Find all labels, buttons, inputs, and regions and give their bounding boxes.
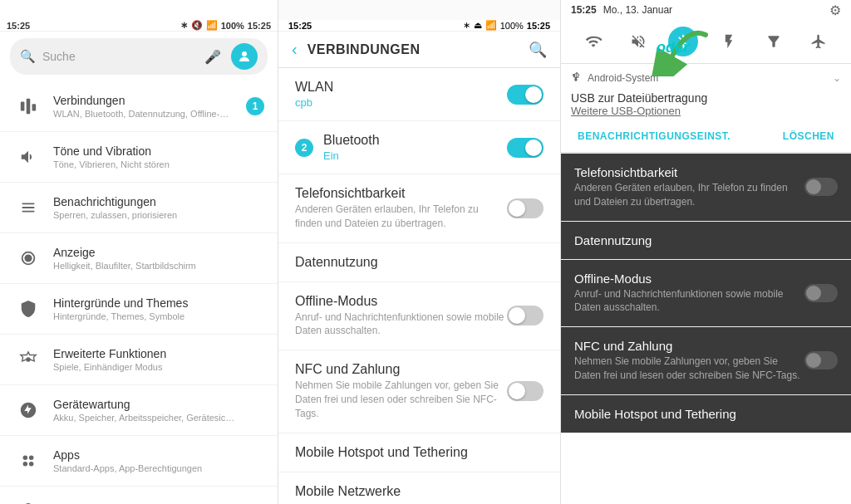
right-offline-desc: Anruf- und Nachrichtenfunktionen sowie m… (574, 287, 804, 316)
main-mute-icon: ⏏ (474, 20, 482, 31)
erweitert-subtitle: Spiele, Einhändiger Modus (53, 362, 236, 372)
notif-delete-btn[interactable]: LÖSCHEN (776, 127, 841, 145)
qs-wifi[interactable] (578, 27, 608, 56)
erweitert-text: Erweiterte Funktionen Spiele, Einhändige… (53, 347, 264, 372)
sidebar-item-toene[interactable]: Töne und Vibration Töne, Vibrieren, Nich… (0, 132, 278, 183)
telefonsichtbarkeit-desc: Anderen Geräten erlauben, Ihr Telefon zu… (295, 203, 507, 231)
qs-bluetooth[interactable] (668, 27, 698, 56)
battery-icon: 100% (221, 21, 244, 31)
right-panel: 15:25 Mo., 13. Januar ⚙ oder (561, 0, 851, 504)
connections-panel: 15:25 ∗ ⏏ 📶 100% 15:25 ‹ VERBINDUNGEN 🔍 … (278, 0, 561, 504)
profile-avatar[interactable] (231, 43, 258, 70)
wlan-toggle[interactable] (507, 85, 544, 105)
apps-title: Apps (53, 448, 264, 462)
wlan-item[interactable]: WLAN cpb (278, 68, 560, 121)
right-status-bar: 15:25 Mo., 13. Januar ⚙ (561, 0, 851, 20)
right-datennutzung-text: Datennutzung (574, 233, 838, 247)
sidebar-item-benachrichtigungen[interactable]: Benachrichtigungen Sperren, zulassen, pr… (0, 183, 278, 233)
notif-actions: BENACHRICHTIGUNGSEINST. LÖSCHEN (561, 124, 851, 153)
right-telefonsichtbarkeit-item[interactable]: Telefonsichtbarkeit Anderen Geräten erla… (561, 154, 851, 222)
telefonsichtbarkeit-item[interactable]: Telefonsichtbarkeit Anderen Geräten erla… (278, 174, 560, 243)
right-status-left: 15:25 Mo., 13. Januar (571, 4, 672, 16)
back-button[interactable]: ‹ (292, 40, 298, 59)
panel-search-button[interactable]: 🔍 (529, 41, 547, 59)
right-list: Telefonsichtbarkeit Anderen Geräten erla… (561, 154, 851, 504)
anzeige-text: Anzeige Helligkeit, Blaufilter, Startbil… (53, 246, 264, 271)
right-date: Mo., 13. Januar (603, 4, 672, 16)
nfc-title: NFC und Zahlung (295, 362, 507, 377)
hintergruende-title: Hintergründe und Themes (53, 296, 264, 310)
right-telefonsichtbarkeit-toggle[interactable] (804, 178, 838, 196)
verbindungen-icon (13, 91, 43, 121)
bluetooth-toggle[interactable] (507, 138, 544, 158)
notif-subtitle[interactable]: Weitere USB-Optionen (571, 105, 841, 117)
right-time: 15:25 (571, 4, 597, 16)
datennutzung-text: Datennutzung (295, 255, 544, 270)
sidebar-item-geraetewartung[interactable]: Gerätewartung Akku, Speicher, Arbeitsspe… (0, 385, 278, 436)
sicherheit-icon (13, 497, 43, 504)
notif-settings-btn[interactable]: BENACHRICHTIGUNGSEINST. (571, 127, 737, 145)
benach-subtitle: Sperren, zulassen, priorisieren (53, 210, 236, 220)
panel-title: VERBINDUNGEN (307, 42, 529, 57)
offline-item[interactable]: Offline-Modus Anruf- und Nachrichtenfunk… (278, 282, 560, 351)
mic-icon[interactable]: 🎤 (204, 49, 221, 65)
main-status-icons: ∗ ⏏ 📶 100% 15:25 (463, 20, 550, 31)
bluetooth-badge: 2 (295, 139, 313, 157)
nfc-item[interactable]: NFC und Zahlung Nehmen Sie mobile Zahlun… (278, 350, 560, 433)
bluetooth-title: Bluetooth (323, 133, 507, 148)
svg-point-6 (29, 456, 33, 461)
right-nfc-desc: Nehmen Sie mobile Zahlungen vor, geben S… (574, 355, 804, 383)
svg-rect-1 (21, 102, 25, 111)
right-datennutzung-item[interactable]: Datennutzung (561, 222, 851, 260)
qs-mute[interactable] (623, 27, 653, 56)
notif-header: Android-System ⌄ (561, 64, 851, 88)
nfc-desc: Nehmen Sie mobile Zahlungen vor, geben S… (295, 379, 507, 420)
sidebar-item-sicherheit[interactable]: Gerätesicherheit (0, 487, 278, 504)
right-nfc-toggle[interactable] (804, 351, 838, 369)
right-hotspot-item[interactable]: Mobile Hotspot und Tethering (561, 395, 851, 433)
right-datennutzung-title: Datennutzung (574, 233, 838, 247)
qs-airplane[interactable] (804, 27, 834, 56)
hintergruende-subtitle: Hintergründe, Themes, Symbole (53, 311, 236, 321)
toene-subtitle: Töne, Vibrieren, Nicht stören (53, 159, 236, 169)
wlan-title: WLAN (295, 80, 507, 95)
status-bar-left: 15:25 (7, 21, 30, 31)
svg-rect-2 (27, 99, 31, 114)
mobile-text: Mobile Netzwerke (295, 484, 544, 499)
status-time-left: 15:25 (7, 21, 30, 31)
right-telefonsichtbarkeit-text: Telefonsichtbarkeit Anderen Geräten erla… (574, 165, 804, 209)
right-nfc-item[interactable]: NFC und Zahlung Nehmen Sie mobile Zahlun… (561, 327, 851, 395)
bluetooth-item[interactable]: 2 Bluetooth Ein (278, 121, 560, 174)
hotspot-item[interactable]: Mobile Hotspot und Tethering (278, 433, 560, 472)
telefonsichtbarkeit-toggle[interactable] (507, 198, 544, 218)
erweitert-title: Erweiterte Funktionen (53, 347, 264, 360)
sidebar-item-anzeige[interactable]: Anzeige Helligkeit, Blaufilter, Startbil… (0, 233, 278, 284)
verbindungen-title: Verbindungen (53, 94, 264, 107)
right-offline-toggle[interactable] (804, 284, 838, 302)
qs-filter[interactable] (759, 27, 789, 56)
apps-text: Apps Standard-Apps, App-Berechtigungen (53, 448, 264, 473)
right-offline-item[interactable]: Offline-Modus Anruf- und Nachrichtenfunk… (561, 260, 851, 328)
sidebar-item-apps[interactable]: Apps Standard-Apps, App-Berechtigungen (0, 436, 278, 487)
nfc-toggle[interactable] (507, 381, 544, 401)
benach-title: Benachrichtigungen (53, 195, 264, 208)
bluetooth-subtitle: Ein (323, 149, 507, 162)
sidebar-item-verbindungen[interactable]: Verbindungen WLAN, Bluetooth, Datennutzu… (0, 81, 278, 132)
search-bar[interactable]: 🔍 Suche 🎤 (10, 38, 268, 75)
sidebar-item-erweitert[interactable]: Erweiterte Funktionen Spiele, Einhändige… (0, 335, 278, 385)
panel-header: ‹ VERBINDUNGEN 🔍 (278, 32, 560, 68)
notif-chevron-icon: ⌄ (833, 72, 841, 84)
benach-icon (13, 193, 43, 223)
datennutzung-item[interactable]: Datennutzung (278, 243, 560, 282)
telefonsichtbarkeit-title: Telefonsichtbarkeit (295, 186, 507, 201)
hotspot-title: Mobile Hotspot und Tethering (295, 445, 544, 460)
mobile-item[interactable]: Mobile Netzwerke (278, 472, 560, 504)
right-offline-text: Offline-Modus Anruf- und Nachrichtenfunk… (574, 272, 804, 316)
notification-card: Android-System ⌄ USB zur Dateiübertragun… (561, 64, 851, 154)
offline-toggle[interactable] (507, 306, 544, 325)
sidebar-item-hintergruende[interactable]: Hintergründe und Themes Hintergründe, Th… (0, 284, 278, 335)
right-settings-icon[interactable]: ⚙ (829, 2, 841, 18)
main-wifi-icon: 📶 (485, 20, 497, 31)
qs-flashlight[interactable] (714, 27, 744, 56)
apps-icon (13, 446, 43, 476)
